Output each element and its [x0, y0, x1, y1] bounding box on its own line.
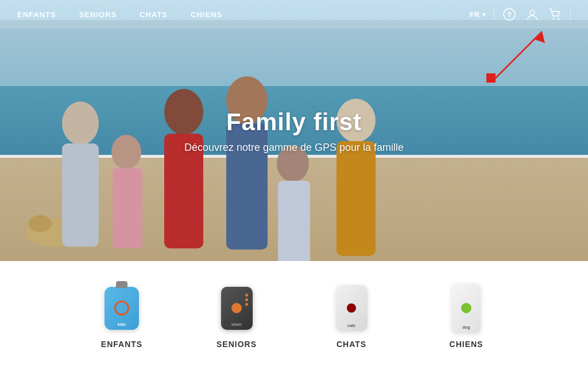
product-chiens[interactable]: dog CHIENS: [409, 271, 524, 360]
product-img-chiens: dog: [452, 282, 481, 334]
device-dots: [245, 294, 248, 306]
device-cat-label: cats: [347, 324, 355, 328]
dot-2: [245, 298, 248, 301]
nav-chats[interactable]: CHATS: [140, 10, 168, 19]
products-section: kids ENFANTS silver SENIORS cats CHATS: [0, 261, 588, 370]
device-dog-label: dog: [463, 325, 470, 329]
svg-point-3: [553, 18, 555, 20]
device-senior-label: silver: [231, 322, 242, 326]
lang-label: FR: [470, 10, 479, 19]
product-img-enfants: kids: [105, 282, 139, 334]
product-img-chats: cats: [336, 282, 368, 334]
lang-dropdown-arrow: ▼: [481, 11, 487, 18]
nav-seniors[interactable]: SENIORS: [79, 10, 117, 19]
nav-chiens[interactable]: CHIENS: [191, 10, 222, 19]
product-chats[interactable]: cats CHATS: [294, 271, 409, 360]
product-label-chats: CHATS: [336, 340, 366, 349]
product-label-chiens: CHIENS: [450, 340, 483, 349]
dot-3: [245, 303, 248, 306]
product-img-seniors: silver: [221, 282, 253, 334]
account-button[interactable]: [524, 6, 540, 22]
device-kids: kids: [105, 287, 139, 330]
language-selector[interactable]: FR ▼: [470, 10, 487, 19]
hero-title: Family first: [184, 108, 404, 135]
dot-1: [245, 294, 248, 297]
hero-section: Family first Découvrez notre gamme de GP…: [0, 0, 588, 261]
product-enfants[interactable]: kids ENFANTS: [64, 271, 179, 360]
device-clip: [116, 281, 127, 288]
cart-button[interactable]: [547, 6, 563, 22]
nav-divider-right: [570, 9, 571, 20]
nav-right: FR ▼ ?: [470, 6, 571, 22]
svg-point-2: [530, 10, 535, 15]
nav-divider: [494, 9, 494, 20]
help-button[interactable]: ?: [501, 6, 517, 22]
hero-subtitle: Découvrez notre gamme de GPS pour la fam…: [184, 141, 404, 153]
device-kids-label: kids: [118, 322, 126, 326]
product-seniors[interactable]: silver SENIORS: [179, 271, 294, 360]
nav-enfants[interactable]: ENFANTS: [17, 10, 56, 19]
nav-links: ENFANTS SENIORS CHATS CHIENS: [17, 10, 222, 19]
device-cat: cats: [336, 285, 368, 331]
product-label-enfants: ENFANTS: [101, 340, 142, 349]
device-senior: silver: [221, 287, 253, 330]
svg-point-4: [558, 18, 560, 20]
device-dog: dog: [452, 284, 481, 333]
svg-text:?: ?: [507, 10, 512, 19]
product-label-seniors: SENIORS: [216, 340, 257, 349]
hero-text: Family first Découvrez notre gamme de GP…: [184, 108, 404, 153]
navbar: ENFANTS SENIORS CHATS CHIENS FR ▼ ?: [0, 0, 588, 29]
